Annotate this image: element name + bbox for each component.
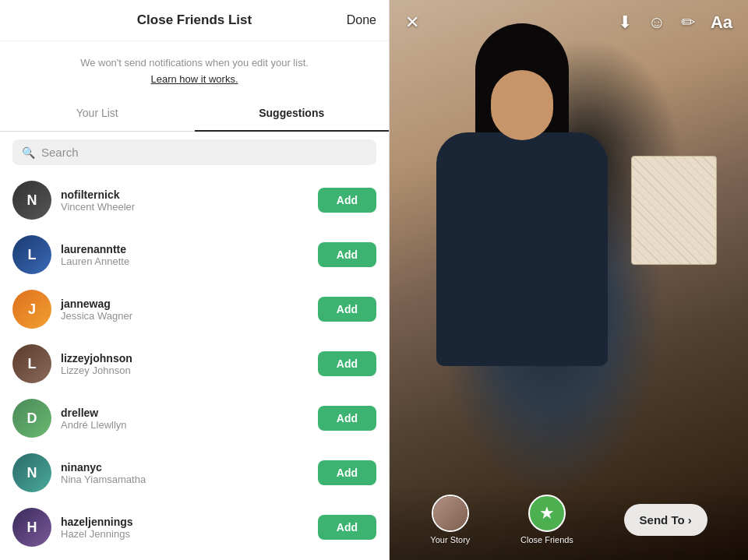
text-tool-icon[interactable]: Aa (711, 12, 732, 33)
send-to-label: Send To (640, 513, 685, 527)
close-friends-label: Close Friends (520, 535, 573, 544)
your-story-label: Your Story (430, 535, 470, 544)
sticker-icon[interactable]: ☺ (647, 12, 665, 33)
add-button[interactable]: Add (318, 515, 376, 540)
list-item: NnofilternickVincent WheelerAdd (0, 173, 389, 227)
add-button[interactable]: Add (318, 406, 376, 431)
send-to-button[interactable]: Send To › (624, 504, 707, 536)
fullname: Vincent Wheeler (61, 201, 309, 213)
story-top-bar: ✕ ⬇ ☺ ✏ Aa (390, 0, 748, 45)
add-button[interactable]: Add (318, 297, 376, 322)
add-button[interactable]: Add (318, 351, 376, 376)
pencil-icon[interactable]: ✏ (681, 12, 695, 33)
story-thumb-image (433, 496, 468, 530)
notice-area: We won't send notifications when you edi… (0, 41, 389, 96)
list-item: HhazeljenningsHazel JenningsAdd (0, 500, 389, 555)
close-friends-thumb: ★ (528, 495, 566, 532)
user-info: jannewagJessica Wagner (61, 298, 309, 322)
username: nofilternick (61, 188, 309, 201)
add-button[interactable]: Add (318, 242, 376, 267)
avatar: J (12, 290, 51, 329)
close-friends-panel: Close Friends List Done We won't send no… (0, 0, 390, 560)
avatar: L (12, 235, 51, 274)
avatar: H (12, 508, 51, 547)
close-icon[interactable]: ✕ (405, 12, 419, 33)
list-item: JjannewagJessica WagnerAdd (0, 282, 389, 336)
users-list: NnofilternickVincent WheelerAddLlaurenan… (0, 173, 389, 560)
search-container: 🔍 (0, 132, 389, 173)
story-panel: ✕ ⬇ ☺ ✏ Aa Your Story ★ Close Friends Se… (390, 0, 748, 560)
avatar: N (12, 181, 51, 220)
fullname: Hazel Jennings (61, 528, 309, 540)
user-info: nofilternickVincent Wheeler (61, 188, 309, 213)
tabs-container: Your List Suggestions (0, 96, 389, 132)
user-info: hazeljenningsHazel Jennings (61, 516, 309, 540)
list-item: LlizzeyjohnsonLizzey JohnsonAdd (0, 336, 389, 391)
search-input[interactable] (41, 146, 367, 159)
download-icon[interactable]: ⬇ (618, 12, 632, 33)
book-item (631, 156, 717, 265)
username: jannewag (61, 298, 309, 310)
your-story-item[interactable]: Your Story (430, 495, 470, 544)
top-icons-right: ⬇ ☺ ✏ Aa (618, 12, 732, 33)
add-button[interactable]: Add (318, 188, 376, 213)
fullname: Nina Yiamsamatha (61, 474, 309, 485)
username: hazeljennings (61, 516, 309, 528)
notice-text: We won't send notifications when you edi… (80, 57, 309, 69)
story-background (390, 0, 748, 560)
chevron-right-icon: › (688, 513, 692, 527)
story-bottom-bar: Your Story ★ Close Friends Send To › (390, 482, 748, 560)
star-icon: ★ (539, 503, 555, 523)
tab-suggestions[interactable]: Suggestions (195, 96, 390, 132)
list-item: NninanycNina YiamsamathaAdd (0, 446, 389, 500)
add-button[interactable]: Add (318, 460, 376, 485)
fullname: Lauren Annette (61, 255, 309, 267)
fullname: Lizzey Johnson (61, 365, 309, 376)
user-info: ninanycNina Yiamsamatha (61, 461, 309, 485)
book-texture (632, 157, 716, 264)
user-info: laurenanntteLauren Annette (61, 243, 309, 267)
learn-link[interactable]: Learn how it works. (12, 73, 376, 85)
list-item: LlaurenanntteLauren AnnetteAdd (0, 227, 389, 282)
panel-title: Close Friends List (137, 12, 252, 28)
username: drellew (61, 407, 309, 419)
username: ninanyc (61, 461, 309, 474)
tab-your-list[interactable]: Your List (0, 96, 195, 132)
fullname: Jessica Wagner (61, 310, 309, 322)
avatar: N (12, 453, 51, 492)
person-body (436, 132, 608, 366)
panel-header: Close Friends List Done (0, 0, 389, 41)
username: laurenanntte (61, 243, 309, 255)
avatar: D (12, 399, 51, 438)
your-story-thumb (432, 495, 469, 532)
fullname: André Llewllyn (61, 419, 309, 431)
username: lizzeyjohnson (61, 352, 309, 365)
user-info: lizzeyjohnsonLizzey Johnson (61, 352, 309, 376)
search-box: 🔍 (12, 139, 376, 165)
avatar: L (12, 344, 51, 383)
user-info: drellewAndré Llewllyn (61, 407, 309, 431)
close-friends-item[interactable]: ★ Close Friends (520, 495, 573, 544)
done-button[interactable]: Done (347, 13, 376, 27)
person-face (491, 70, 553, 140)
list-item: DdrellewAndré LlewllynAdd (0, 391, 389, 446)
search-icon: 🔍 (22, 146, 35, 159)
